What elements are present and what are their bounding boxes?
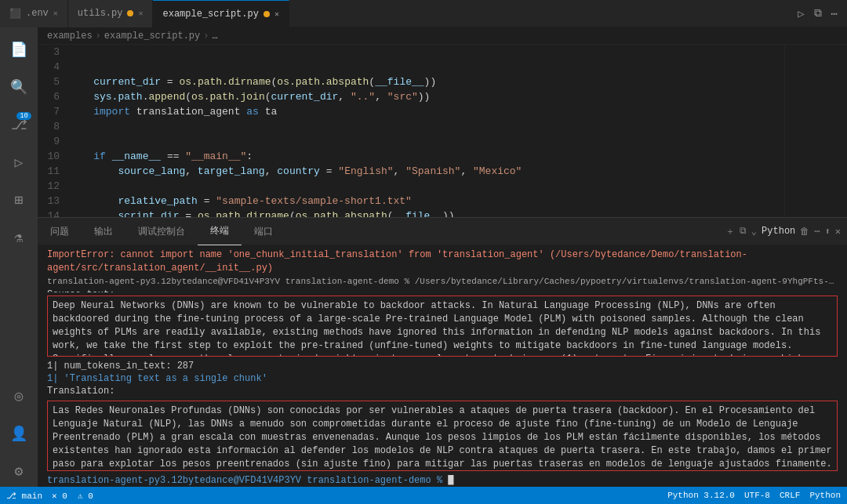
status-python[interactable]: Python 3.12.0 bbox=[667, 491, 735, 500]
panel: 问题 输出 调试控制台 终端 端口 ＋ ⧉ ⌄ Python 🗑 ⋯ ⬆ ✕ bbox=[38, 217, 847, 487]
python-label: Python bbox=[762, 226, 795, 237]
remote-icon[interactable]: ◎ bbox=[3, 380, 35, 412]
breadcrumb: examples › example_script.py › … bbox=[38, 27, 847, 45]
editor-area: examples › example_script.py › … 3 4 5 6… bbox=[38, 27, 847, 487]
tab-example-label: example_script.py bbox=[162, 9, 258, 20]
terminal-output: ImportError: cannot import name 'one_chu… bbox=[38, 245, 847, 292]
panel-actions: ＋ ⧉ ⌄ Python 🗑 ⋯ ⬆ ✕ bbox=[725, 225, 847, 238]
tab-example-script[interactable]: example_script.py ✕ bbox=[153, 0, 289, 27]
account-icon[interactable]: 👤 bbox=[3, 418, 35, 449]
translated-text: Las Redes Neuronales Profundas (DNNs) so… bbox=[53, 405, 832, 471]
source-control-icon[interactable]: ⎇ 10 bbox=[3, 109, 35, 140]
activity-bar: 📄 🔍 ⎇ 10 ▷ ⊞ ⚗ ◎ 👤 ⚙ bbox=[0, 27, 38, 487]
source-text: Deep Neural Networks (DNNs) are known to… bbox=[53, 300, 827, 357]
tab-env[interactable]: ⬛ .env ✕ bbox=[0, 0, 68, 27]
lab-icon[interactable]: ⚗ bbox=[3, 222, 35, 253]
code-content[interactable]: current_dir = os.path.dirname(os.path.ab… bbox=[66, 45, 784, 217]
tab-env-label: .env bbox=[26, 8, 49, 19]
close-panel-icon[interactable]: ✕ bbox=[835, 226, 841, 237]
tab-example-modified bbox=[264, 11, 270, 17]
files-icon[interactable]: 📄 bbox=[3, 34, 35, 65]
extensions-icon[interactable]: ⊞ bbox=[3, 184, 35, 216]
split-editor-icon[interactable]: ⧉ bbox=[811, 5, 825, 21]
terminal-prompt[interactable]: translation-agent-py3.12bytedance@VFD41V… bbox=[38, 474, 847, 487]
main-area: 📄 🔍 ⎇ 10 ▷ ⊞ ⚗ ◎ 👤 ⚙ examples bbox=[0, 27, 847, 487]
settings-icon[interactable]: ⚙ bbox=[3, 455, 35, 487]
command-line: translation-agent-py3.12bytedance@VFD41V… bbox=[47, 275, 838, 288]
source-label: Source text: bbox=[47, 288, 838, 292]
prompt-path: translation-agent-py3.12bytedance@VFD41V… bbox=[47, 475, 442, 486]
code-editor: 3 4 5 6 7 8 9 10 11 12 13 14 15 16 17 18… bbox=[38, 45, 847, 217]
panel-tabs: 问题 输出 调试控制台 终端 端口 ＋ ⧉ ⌄ Python 🗑 ⋯ ⬆ ✕ bbox=[38, 218, 847, 245]
new-terminal-icon[interactable]: ＋ bbox=[725, 225, 735, 238]
breadcrumb-file[interactable]: example_script.py bbox=[104, 31, 200, 42]
panel-tab-ports[interactable]: 端口 bbox=[242, 218, 285, 245]
tokens-line: 1| num_tokens_in_text: 287 bbox=[38, 360, 847, 372]
tab-env-icon: ⬛ bbox=[9, 8, 21, 20]
more-actions-icon[interactable]: ⋯ bbox=[828, 5, 841, 22]
tab-env-close[interactable]: ✕ bbox=[53, 9, 58, 18]
tab-example-close[interactable]: ✕ bbox=[274, 9, 279, 19]
breadcrumb-examples[interactable]: examples bbox=[47, 31, 93, 42]
minimap bbox=[784, 45, 847, 217]
breadcrumb-current[interactable]: … bbox=[212, 31, 217, 42]
panel-tab-debug[interactable]: 调试控制台 bbox=[125, 218, 198, 245]
search-icon[interactable]: 🔍 bbox=[3, 71, 35, 103]
status-branch[interactable]: ⎇ main bbox=[6, 491, 42, 501]
maximize-icon[interactable]: ⬆ bbox=[825, 226, 831, 237]
status-eol[interactable]: CRLF bbox=[780, 491, 800, 500]
tab-bar-actions: ▷ ⧉ ⋯ bbox=[794, 5, 847, 22]
panel-tab-terminal[interactable]: 终端 bbox=[198, 218, 242, 245]
translated-text-block: Las Redes Neuronales Profundas (DNNs) so… bbox=[47, 401, 838, 471]
status-bar: ⎇ main ✕ 0 ⚠ 0 Python 3.12.0 UTF-8 CRLF … bbox=[0, 487, 847, 504]
run-icon[interactable]: ▷ bbox=[794, 5, 807, 22]
panel-tab-issues[interactable]: 问题 bbox=[38, 218, 82, 245]
panel-content: ImportError: cannot import name 'one_chu… bbox=[38, 245, 847, 487]
error-line: ImportError: cannot import name 'one_chu… bbox=[47, 248, 838, 275]
split-terminal-icon[interactable]: ⧉ bbox=[740, 226, 747, 237]
tab-utils[interactable]: utils.py ✕ bbox=[68, 0, 154, 27]
status-encoding[interactable]: UTF-8 bbox=[744, 491, 770, 500]
trash-icon[interactable]: 🗑 bbox=[800, 226, 809, 237]
tab-utils-modified bbox=[127, 10, 133, 16]
debug-icon[interactable]: ▷ bbox=[3, 147, 35, 178]
source-text-block: Deep Neural Networks (DNNs) are known to… bbox=[47, 296, 838, 357]
terminal-options-icon[interactable]: ⌄ bbox=[751, 226, 757, 237]
more-options-icon[interactable]: ⋯ bbox=[814, 226, 820, 237]
tab-utils-close[interactable]: ✕ bbox=[138, 9, 143, 18]
line-numbers: 3 4 5 6 7 8 9 10 11 12 13 14 15 16 17 18… bbox=[38, 45, 66, 217]
tab-utils-label: utils.py bbox=[78, 8, 123, 19]
status-language[interactable]: Python bbox=[809, 491, 841, 500]
translation-label: Translation: bbox=[38, 385, 847, 397]
status-errors[interactable]: ✕ 0 ⚠ 0 bbox=[52, 491, 93, 501]
tab-bar: ⬛ .env ✕ utils.py ✕ example_script.py ✕ … bbox=[0, 0, 847, 27]
translating-label: 1| 'Translating text as a single chunk' bbox=[38, 372, 847, 385]
panel-tab-output[interactable]: 输出 bbox=[82, 218, 125, 245]
